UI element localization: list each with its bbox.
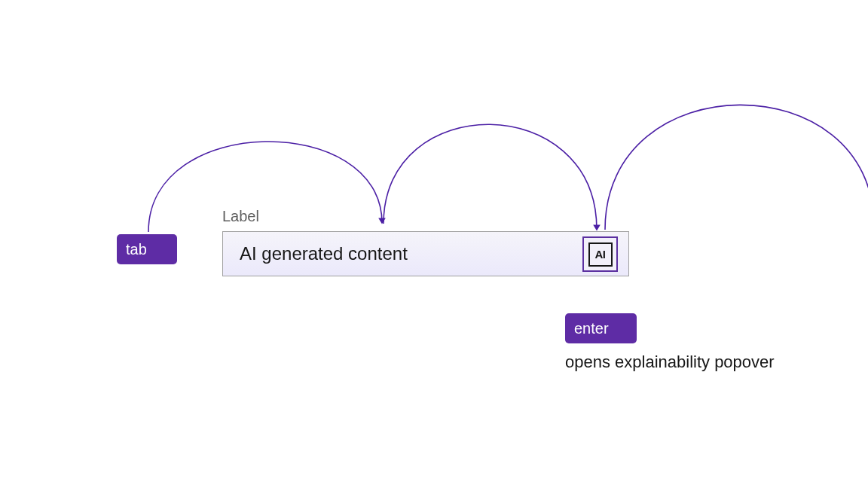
tab-key-label: tab [126,241,147,258]
field-label: Label [222,208,259,225]
arc-tab-to-field [148,142,382,232]
ai-explainability-button[interactable]: AI [582,236,618,272]
enter-key-label: enter [574,320,609,337]
ai-generated-content-text: AI generated content [240,243,628,264]
ai-icon-label: AI [595,248,606,261]
arc-field-to-icon [384,124,597,230]
diagram-canvas: tab Label AI generated content AI enter … [0,0,868,488]
tab-key-badge: tab [117,234,177,264]
enter-key-badge: enter [565,313,637,343]
enter-key-caption: opens explainability popover [565,352,775,372]
ai-generated-field[interactable]: AI generated content [222,231,629,276]
arc-icon-to-next [605,105,868,230]
ai-icon: AI [588,242,613,267]
